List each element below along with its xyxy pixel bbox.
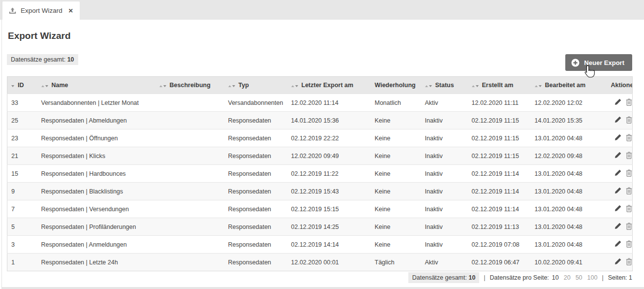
delete-button[interactable] [626,152,632,161]
tab-close-icon[interactable]: ✕ [68,7,73,14]
cell-erstellt: 12.02.2020 11:11 [468,94,531,112]
delete-button[interactable] [626,258,632,267]
cell-erstellt: 02.12.2019 11:14 [468,200,531,218]
cell-wiederholung: Keine [371,147,421,165]
cell-typ: Responsedaten [224,236,287,254]
sort-both-icon [425,82,432,89]
cell-status: Inaktiv [421,112,468,129]
window-left-border [1,0,2,289]
row-actions-cell [607,165,633,183]
cell-status: Inaktiv [421,183,468,200]
page-content: Export Wizard Datensätze gesamt: 10 Neue… [0,31,644,283]
delete-button[interactable] [626,240,632,249]
column-header-erstellt[interactable]: Erstellt am [468,77,531,94]
cell-typ: Responsedaten [224,218,287,236]
delete-button[interactable] [626,134,632,143]
cell-typ: Responsedaten [224,165,287,183]
cell-bearbeitet: 13.01.2020 04:48 [531,183,607,200]
cell-beschreibung [155,183,224,200]
cell-typ: Responsedaten [224,183,287,200]
cell-name: Responsedaten | Profiländerungen [37,218,155,236]
row-actions-cell [607,200,633,218]
pages-label: Seiten: [608,274,627,281]
table-row: 5Responsedaten | ProfiländerungenRespons… [7,218,633,236]
records-total-label: Datensätze gesamt: [11,56,65,63]
delete-button[interactable] [626,169,632,178]
edit-button[interactable] [614,240,621,249]
column-label: Name [52,82,68,89]
sort-both-icon [472,82,479,89]
cell-typ: Responsedaten [224,200,287,218]
delete-button[interactable] [626,116,632,125]
edit-button[interactable] [614,258,621,266]
cell-status: Aktiv [421,94,468,112]
cell-bearbeitet: 13.01.2020 04:48 [531,129,607,147]
edit-button[interactable] [614,98,621,107]
cell-id: 5 [7,218,37,236]
row-actions-cell [607,147,633,165]
edit-button[interactable] [614,152,621,160]
cell-status: Aktiv [421,254,468,271]
delete-button[interactable] [626,223,632,231]
cell-letzter_export: 02.12.2019 15:15 [287,200,371,218]
cell-status: Inaktiv [421,147,468,165]
tab-export-wizard[interactable]: Export Wizard ✕ [2,1,80,20]
table-header-row: IDNameBeschreibungTypLetzter Export amWi… [7,77,633,94]
column-header-status[interactable]: Status [421,77,468,94]
column-header-name[interactable]: Name [37,77,155,94]
table-body: 33Versandabonnenten | Letzter MonatVersa… [7,94,633,271]
export-table: IDNameBeschreibungTypLetzter Export amWi… [7,76,633,271]
cell-beschreibung [155,94,224,112]
delete-button[interactable] [626,205,632,214]
cell-typ: Responsedaten [224,112,287,129]
table-row: 1Responsedaten | Letzte 24hResponsedaten… [7,254,633,271]
delete-button[interactable] [626,98,632,107]
column-label: Status [435,82,454,89]
cell-erstellt: 02.12.2019 11:15 [468,129,531,147]
sort-both-icon [159,82,166,89]
footer-records-total-badge: Datensätze gesamt: 10 [408,272,480,283]
per-page-option-100[interactable]: 100 [587,274,598,281]
per-page-option-50[interactable]: 50 [576,274,583,281]
new-export-button[interactable]: Neuer Export [565,54,632,71]
cell-typ: Versandabonnenten [224,94,287,112]
cell-erstellt: 02.12.2019 11:15 [468,147,531,165]
cell-status: Inaktiv [421,165,468,183]
column-header-id[interactable]: ID [7,77,37,94]
delete-button[interactable] [626,187,632,196]
cell-letzter_export: 02.12.2019 11:22 [287,165,371,183]
cell-typ: Responsedaten [224,147,287,165]
cell-letzter_export: 02.12.2019 15:43 [287,183,371,200]
edit-button[interactable] [614,169,621,178]
edit-button[interactable] [614,205,621,213]
cell-wiederholung: Keine [371,236,421,254]
cell-erstellt: 02.12.2019 11:14 [468,183,531,200]
row-actions-cell [607,254,633,271]
column-label: Wiederholung [375,82,416,89]
cell-name: Responsedaten | Klicks [37,147,155,165]
sort-both-icon [228,82,235,89]
table-row: 33Versandabonnenten | Letzter MonatVersa… [7,94,633,112]
per-page-option-20[interactable]: 20 [564,274,571,281]
column-header-letzter_export[interactable]: Letzter Export am [287,77,371,94]
records-total-badge: Datensätze gesamt: 10 [7,54,78,65]
edit-button[interactable] [614,116,621,125]
cell-erstellt: 02.12.2019 11:14 [468,165,531,183]
cell-status: Inaktiv [421,129,468,147]
cell-bearbeitet: 14.01.2020 15:35 [531,112,607,129]
cell-letzter_export: 12.02.2020 00:01 [287,254,371,271]
footer-separator: | [484,274,485,281]
edit-button[interactable] [614,223,621,231]
edit-button[interactable] [614,134,621,142]
column-label: Erstellt am [482,82,514,89]
sort-both-icon [535,82,542,89]
column-header-bearbeitet[interactable]: Bearbeitet am [531,77,607,94]
cell-bearbeitet: 13.01.2020 04:48 [531,165,607,183]
cell-wiederholung: Monatlich [371,94,421,112]
cell-id: 23 [7,129,37,147]
cell-name: Responsedaten | Versendungen [37,200,155,218]
column-header-beschreibung[interactable]: Beschreibung [155,77,224,94]
column-header-typ[interactable]: Typ [224,77,287,94]
edit-button[interactable] [614,187,621,195]
per-page-current[interactable]: 10 [552,274,559,281]
